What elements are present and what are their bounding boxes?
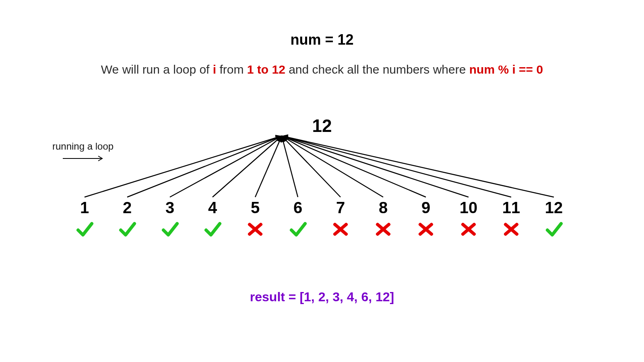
leaf-number: 8 (379, 199, 388, 217)
cross-icon (374, 220, 393, 239)
leaf-number: 7 (336, 199, 345, 217)
cross-icon (331, 220, 350, 239)
leaf-number: 5 (251, 199, 260, 217)
check-icon (544, 220, 564, 239)
fan-lines (0, 0, 644, 362)
leaf-number: 4 (208, 199, 217, 217)
leaf-number: 3 (165, 199, 174, 217)
cross-icon (416, 220, 436, 239)
fan-line (282, 136, 511, 197)
fan-line (282, 136, 554, 197)
fan-line (170, 136, 282, 197)
leaf-number: 1 (80, 199, 89, 217)
fan-line (85, 136, 282, 197)
leaf-number: 12 (545, 199, 563, 217)
fan-line (282, 136, 383, 197)
check-icon (203, 220, 222, 239)
fan-line (213, 136, 282, 197)
cross-icon (459, 220, 478, 239)
cross-icon (502, 220, 521, 239)
leaf-number: 11 (502, 199, 520, 217)
fan-line (282, 136, 298, 197)
check-icon (160, 220, 180, 239)
leaf-number: 2 (123, 199, 132, 217)
leaf-number: 10 (460, 199, 478, 217)
fan-line (282, 136, 469, 197)
check-icon (288, 220, 308, 239)
fan-line (282, 136, 426, 197)
leaf-number: 9 (421, 199, 430, 217)
check-icon (118, 220, 137, 239)
check-icon (75, 220, 94, 239)
fan-line (127, 136, 282, 197)
result-text: result = [1, 2, 3, 4, 6, 12] (0, 290, 644, 304)
cross-icon (246, 220, 265, 239)
leaf-number: 6 (293, 199, 302, 217)
